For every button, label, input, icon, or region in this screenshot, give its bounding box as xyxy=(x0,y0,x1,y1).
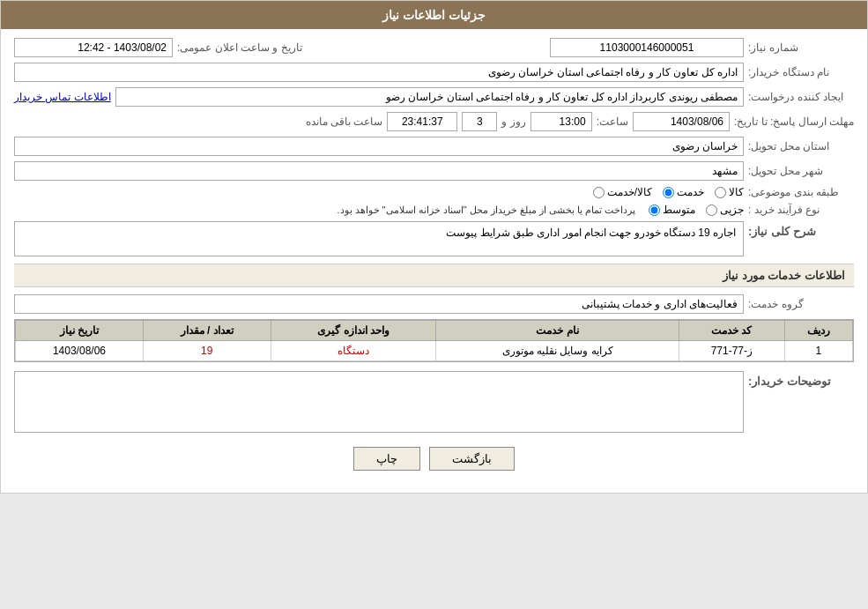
category-khadamat-radio[interactable] xyxy=(663,187,674,198)
cell-code: ز-77-771 xyxy=(679,341,784,361)
buyer-notes-textarea[interactable] xyxy=(14,371,744,433)
category-kala-khadamat[interactable]: کالا/خدمت xyxy=(593,186,652,198)
table-row: 1 ز-77-771 کرایه وسایل نقلیه موتوری دستگ… xyxy=(16,341,853,361)
row-buyer-org: نام دستگاه خریدار: اداره کل تعاون کار و … xyxy=(14,63,854,82)
col-header-qty: تعداد / مقدار xyxy=(143,321,271,341)
description-section-title: شرح کلی نیاز: xyxy=(748,221,854,238)
service-group-value: فعالیت‌های اداری و خدمات پشتیبانی xyxy=(14,294,744,314)
service-group-label: گروه خدمت: xyxy=(748,298,854,310)
need-number-label: شماره نیاز: xyxy=(748,41,854,54)
row-need-number: شماره نیاز: 1103000146000051 تاریخ و ساع… xyxy=(14,38,854,57)
city-label: شهر محل تحویل: xyxy=(748,165,854,177)
category-kala-radio[interactable] xyxy=(715,187,726,198)
creator-label: ایجاد کننده درخواست: xyxy=(748,91,854,103)
row-buyer-notes: توضیحات خریدار: xyxy=(14,371,854,433)
row-city: شهر محل تحویل: مشهد xyxy=(14,161,854,181)
row-purchase-type: نوع فرآیند خرید : جزیی متوسط پرداخت تمام… xyxy=(14,204,854,216)
purchase-type-motavaset-label: متوسط xyxy=(663,204,695,216)
category-khadamat-label: خدمت xyxy=(677,186,704,198)
row-deadline: مهلت ارسال پاسخ: تا تاریخ: 1403/08/06 سا… xyxy=(14,112,854,131)
cell-date: 1403/08/06 xyxy=(16,341,144,361)
category-kala[interactable]: کالا xyxy=(715,186,744,198)
purchase-type-motavaset[interactable]: متوسط xyxy=(649,204,695,216)
row-description: شرح کلی نیاز: اجاره 19 دستگاه خودرو جهت … xyxy=(14,221,854,256)
need-number-value: 1103000146000051 xyxy=(550,38,744,57)
purchase-type-motavaset-radio[interactable] xyxy=(649,204,660,216)
deadline-date: 1403/08/06 xyxy=(633,112,730,131)
purchase-type-radio-group: جزیی متوسط xyxy=(649,204,744,216)
category-khadamat[interactable]: خدمت xyxy=(663,186,704,198)
cell-name: کرایه وسایل نقلیه موتوری xyxy=(436,341,679,361)
creator-value: مصطفی ریوندی کاربرداز اداره کل تعاون کار… xyxy=(115,87,744,107)
purchase-type-label: نوع فرآیند خرید : xyxy=(748,204,854,216)
province-label: استان محل تحویل: xyxy=(748,140,854,152)
deadline-time: 13:00 xyxy=(530,112,592,131)
category-radio-group: کالا خدمت کالا/خدمت xyxy=(593,186,744,198)
col-header-unit: واحد اندازه گیری xyxy=(271,321,436,341)
cell-radif: 1 xyxy=(784,341,852,361)
print-button[interactable]: چاپ xyxy=(353,447,420,471)
category-kala-label: کالا xyxy=(729,186,744,198)
table-header-row: ردیف کد خدمت نام خدمت واحد اندازه گیری ت… xyxy=(16,321,853,341)
services-table: ردیف کد خدمت نام خدمت واحد اندازه گیری ت… xyxy=(15,320,853,361)
announcement-date-value: 1403/08/02 - 12:42 xyxy=(14,38,173,57)
row-province: استان محل تحویل: خراسان رضوی xyxy=(14,137,854,156)
purchase-note: پرداخت تمام یا بخشی از مبلغ خریداز محل "… xyxy=(337,204,635,216)
deadline-time-label: ساعت: xyxy=(597,115,628,128)
city-value: مشهد xyxy=(14,161,744,181)
col-header-code: کد خدمت xyxy=(679,321,784,341)
row-service-group: گروه خدمت: فعالیت‌های اداری و خدمات پشتی… xyxy=(14,294,854,314)
deadline-remaining: 23:41:37 xyxy=(387,112,457,131)
category-kala-khadamat-radio[interactable] xyxy=(593,187,605,198)
purchase-type-jozyi[interactable]: جزیی xyxy=(706,204,744,216)
description-value: اجاره 19 دستگاه خودرو جهت انجام امور ادا… xyxy=(14,221,744,256)
row-creator: ایجاد کننده درخواست: مصطفی ریوندی کاربرد… xyxy=(14,87,854,107)
col-header-date: تاریخ نیاز xyxy=(16,321,144,341)
back-button[interactable]: بازگشت xyxy=(429,447,515,471)
category-kala-khadamat-label: کالا/خدمت xyxy=(607,186,652,198)
page-wrapper: جزئیات اطلاعات نیاز شماره نیاز: 11030001… xyxy=(0,0,868,494)
deadline-remaining-label: ساعت باقی مانده xyxy=(306,115,383,128)
services-table-container: ردیف کد خدمت نام خدمت واحد اندازه گیری ت… xyxy=(14,319,854,362)
page-title: جزئیات اطلاعات نیاز xyxy=(382,8,486,22)
deadline-label: مهلت ارسال پاسخ: تا تاریخ: xyxy=(734,115,854,128)
announcement-date-label: تاریخ و ساعت اعلان عمومی: xyxy=(177,41,302,54)
purchase-type-jozyi-radio[interactable] xyxy=(706,204,717,216)
content-area: شماره نیاز: 1103000146000051 تاریخ و ساع… xyxy=(1,29,867,493)
deadline-days-label: روز و xyxy=(501,115,525,128)
cell-qty: 19 xyxy=(143,341,271,361)
services-section-title: اطلاعات خدمات مورد نیاز xyxy=(14,264,854,287)
buyer-org-value: اداره کل تعاون کار و رفاه اجتماعی استان … xyxy=(14,63,744,82)
col-header-radif: ردیف xyxy=(784,321,852,341)
deadline-days: 3 xyxy=(462,112,497,131)
col-header-name: نام خدمت xyxy=(436,321,679,341)
page-header: جزئیات اطلاعات نیاز xyxy=(1,1,867,29)
buyer-org-label: نام دستگاه خریدار: xyxy=(748,66,854,78)
province-value: خراسان رضوی xyxy=(14,137,744,156)
cell-unit: دستگاه xyxy=(271,341,436,361)
button-row: بازگشت چاپ xyxy=(14,438,854,484)
purchase-type-jozyi-label: جزیی xyxy=(720,204,744,216)
buyer-notes-label: توضیحات خریدار: xyxy=(748,371,854,388)
category-label: طبقه بندی موضوعی: xyxy=(748,186,854,198)
row-category: طبقه بندی موضوعی: کالا خدمت کالا/خدمت xyxy=(14,186,854,198)
contact-link[interactable]: اطلاعات تماس خریدار xyxy=(14,91,111,103)
